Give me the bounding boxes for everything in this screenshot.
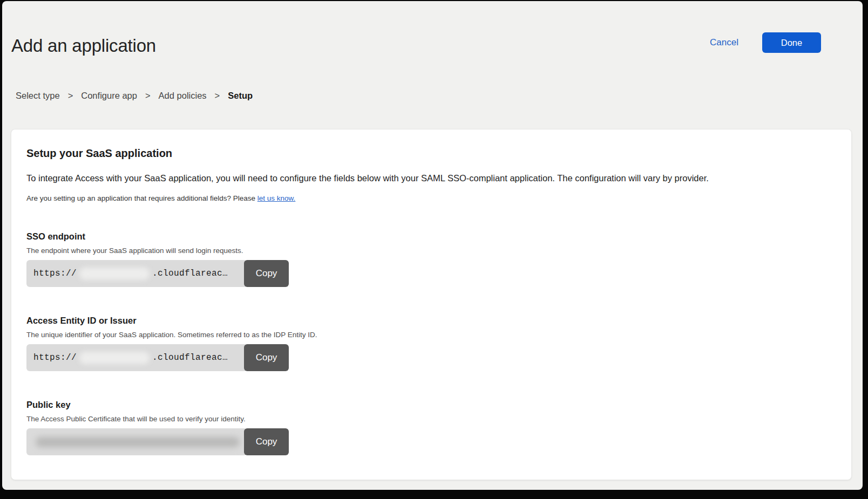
- let-us-know-link[interactable]: let us know.: [257, 194, 296, 202]
- value-prefix: https://: [33, 269, 77, 278]
- entity-id-field: https:// .cloudflareac… Copy: [26, 344, 292, 371]
- card-note-text: Are you setting up an application that r…: [26, 194, 257, 202]
- value-prefix: https://: [33, 353, 77, 363]
- copy-sso-endpoint-button[interactable]: Copy: [244, 260, 289, 287]
- done-button[interactable]: Done: [762, 32, 821, 53]
- breadcrumb-separator: >: [145, 91, 151, 101]
- sso-endpoint-field: https:// .cloudflareac… Copy: [26, 260, 292, 287]
- public-key-section: Public key The Access Public Certificate…: [26, 399, 835, 455]
- sso-endpoint-value: https:// .cloudflareac…: [26, 260, 247, 287]
- section-title: SSO endpoint: [26, 231, 835, 242]
- value-suffix: .cloudflareac…: [152, 353, 228, 363]
- breadcrumb-separator: >: [215, 91, 220, 101]
- page: Add an application Cancel Done Select ty…: [2, 1, 863, 490]
- entity-id-value: https:// .cloudflareac…: [26, 344, 247, 371]
- redacted-value: [79, 268, 150, 280]
- cancel-button[interactable]: Cancel: [710, 37, 738, 48]
- section-description: The endpoint where your SaaS application…: [26, 247, 835, 255]
- breadcrumb-step-add-policies[interactable]: Add policies: [159, 91, 207, 101]
- breadcrumb: Select type > Configure app > Add polici…: [16, 91, 253, 101]
- card-intro-text: To integrate Access with your SaaS appli…: [26, 172, 835, 184]
- section-title: Public key: [26, 399, 835, 410]
- sso-endpoint-section: SSO endpoint The endpoint where your Saa…: [26, 231, 835, 287]
- section-title: Access Entity ID or Issuer: [26, 315, 835, 326]
- card-title: Setup your SaaS application: [26, 147, 835, 160]
- breadcrumb-step-setup: Setup: [228, 91, 253, 101]
- breadcrumb-step-configure-app[interactable]: Configure app: [81, 91, 137, 101]
- setup-card: Setup your SaaS application To integrate…: [11, 129, 852, 480]
- redacted-value: [79, 352, 150, 364]
- section-description: The Access Public Certificate that will …: [26, 415, 835, 423]
- top-actions: Cancel Done: [710, 32, 821, 53]
- value-suffix: .cloudflareac…: [152, 269, 228, 278]
- redacted-value: [36, 437, 240, 447]
- copy-entity-id-button[interactable]: Copy: [244, 344, 289, 371]
- copy-public-key-button[interactable]: Copy: [244, 428, 289, 455]
- breadcrumb-step-select-type[interactable]: Select type: [16, 91, 60, 101]
- section-description: The unique identifier of your SaaS appli…: [26, 331, 835, 339]
- breadcrumb-separator: >: [68, 91, 73, 101]
- public-key-value: [26, 428, 247, 455]
- entity-id-section: Access Entity ID or Issuer The unique id…: [26, 315, 835, 371]
- card-note: Are you setting up an application that r…: [26, 194, 835, 203]
- public-key-field: Copy: [26, 428, 292, 455]
- page-title: Add an application: [11, 36, 156, 56]
